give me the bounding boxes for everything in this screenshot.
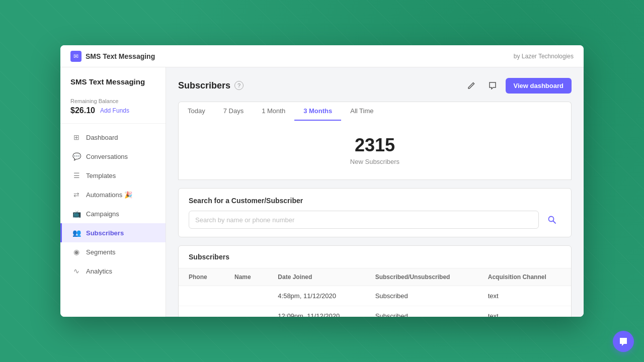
balance-label: Remaining Balance [70,98,155,104]
search-title: Search for a Customer/Subscriber [189,197,561,205]
sidebar-item-templates[interactable]: ☰ Templates [60,166,166,185]
stats-card: 2315 New Subscribers [178,121,572,180]
sidebar-item-segments[interactable]: ◉ Segments [60,242,166,261]
sidebar-label-dashboard: Dashboard [86,134,118,141]
table-row[interactable]: 12:09pm, 11/12/2020Subscribedtext [179,306,571,317]
search-input[interactable] [189,211,539,229]
cell-name [224,306,268,317]
sidebar-item-subscribers[interactable]: 👥 Subscribers [60,223,166,242]
sidebar-label-conversations: Conversations [86,153,128,160]
col-header-acquisition-channel: Acquisition Channel [478,268,571,286]
sidebar-item-analytics[interactable]: ∿ Analytics [60,261,166,281]
add-funds-link[interactable]: Add Funds [100,107,129,114]
cell-channel: text [478,286,571,306]
stats-label: New Subscribers [193,158,557,165]
top-bar-title: SMS Text Messaging [86,52,155,60]
chat-bubble-button[interactable] [613,331,634,352]
subscribers-icon: 👥 [72,228,81,237]
logo-area: ✉ SMS Text Messaging [70,51,155,62]
main-content: Subscribers ? View dashboard [166,67,584,317]
logo-icon: ✉ [70,51,82,62]
sidebar-item-dashboard[interactable]: ⊞ Dashboard [60,128,166,147]
help-icon[interactable]: ? [234,81,244,90]
page-title-row: Subscribers ? [178,80,244,91]
cell-phone [179,306,224,317]
col-header-phone: Phone [179,268,224,286]
balance-amount: $26.10 [70,106,95,115]
analytics-icon: ∿ [72,266,81,276]
sidebar-brand: SMS Text Messaging [60,75,166,94]
cell-dateJoined: 12:09pm, 11/12/2020 [268,306,365,317]
table-section-title: Subscribers [179,246,571,268]
cell-channel: text [478,306,571,317]
dashboard-icon: ⊞ [72,133,81,142]
campaigns-icon: 📺 [72,209,81,218]
top-bar-credit: by Lazer Technologies [514,53,574,60]
templates-icon: ☰ [72,171,81,180]
sidebar-item-conversations[interactable]: 💬 Conversations [60,147,166,166]
segments-icon: ◉ [72,247,81,256]
col-header-subscribed-unsubscribed: Subscribed/Unsubscribed [365,268,478,286]
sidebar-item-campaigns[interactable]: 📺 Campaigns [60,204,166,223]
sidebar-label-segments: Segments [86,248,116,256]
chat-icon-button[interactable] [485,77,501,94]
subscribers-table: PhoneNameDate JoinedSubscribed/Unsubscri… [179,268,571,317]
view-dashboard-button[interactable]: View dashboard [506,78,572,94]
search-input-row [189,211,561,229]
cell-name [224,286,268,306]
sidebar-label-campaigns: Campaigns [86,210,119,218]
content-header: Subscribers ? View dashboard [178,77,572,94]
table-row[interactable]: 4:58pm, 11/12/2020Subscribedtext [179,286,571,306]
sidebar-balance: Remaining Balance $26.10 Add Funds [60,94,166,124]
cell-dateJoined: 4:58pm, 11/12/2020 [268,286,365,306]
sidebar-label-automations: Automations 🎉 [86,191,132,199]
page-title: Subscribers [178,80,230,91]
table-body: 4:58pm, 11/12/2020Subscribedtext12:09pm,… [179,286,571,317]
search-section: Search for a Customer/Subscriber [178,188,572,237]
stats-number: 2315 [193,135,557,156]
svg-line-1 [553,221,556,224]
header-actions: View dashboard [463,77,572,94]
tab-3-months[interactable]: 3 Months [294,102,341,121]
col-header-date-joined: Date Joined [268,268,365,286]
cell-status: Subscribed [365,306,478,317]
subscribers-table-section: Subscribers PhoneNameDate JoinedSubscrib… [178,245,572,317]
top-bar: ✉ SMS Text Messaging by Lazer Technologi… [60,45,584,67]
sidebar-label-templates: Templates [86,172,116,179]
search-button[interactable] [543,211,561,229]
tab-1-month[interactable]: 1 Month [253,102,294,121]
tab-all-time[interactable]: All Time [341,102,382,121]
cell-phone [179,286,224,306]
sidebar: SMS Text Messaging Remaining Balance $26… [60,67,166,317]
cell-status: Subscribed [365,286,478,306]
table-header-row: PhoneNameDate JoinedSubscribed/Unsubscri… [179,268,571,286]
sidebar-item-automations[interactable]: ⇄ Automations 🎉 [60,185,166,204]
sidebar-label-analytics: Analytics [86,267,112,275]
nav-list: ⊞ Dashboard💬 Conversations☰ Templates⇄ A… [60,128,166,281]
sidebar-label-subscribers: Subscribers [86,229,124,237]
tab-today[interactable]: Today [179,102,214,121]
tab-7-days[interactable]: 7 Days [214,102,253,121]
col-header-name: Name [224,268,268,286]
automations-icon: ⇄ [72,190,81,199]
tabs-bar: Today7 Days1 Month3 MonthsAll Time [178,102,572,121]
edit-button[interactable] [463,77,479,94]
conversations-icon: 💬 [72,152,81,161]
